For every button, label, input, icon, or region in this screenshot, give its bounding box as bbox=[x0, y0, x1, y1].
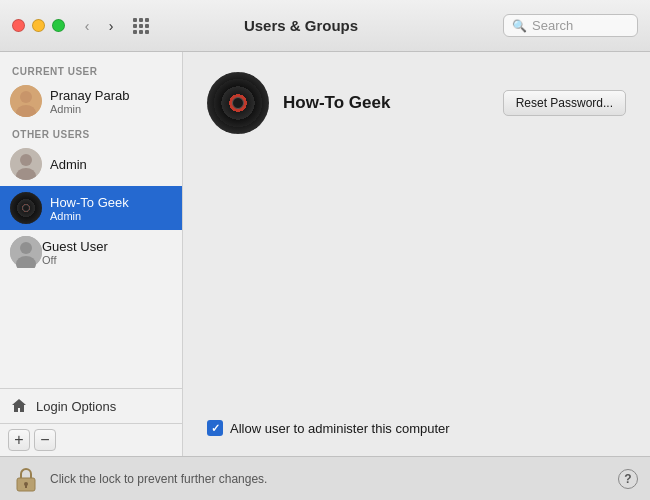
user-item-guest[interactable]: Guest User Off bbox=[0, 230, 182, 274]
svg-rect-13 bbox=[25, 485, 27, 488]
svg-point-9 bbox=[20, 242, 32, 254]
checkmark-icon: ✓ bbox=[211, 422, 220, 435]
detail-panel: How-To Geek Reset Password... ✓ Allow us… bbox=[183, 52, 650, 456]
nav-arrows: ‹ › bbox=[77, 16, 121, 36]
avatar-pranay bbox=[10, 85, 42, 117]
user-info-admin: Admin bbox=[50, 157, 87, 172]
detail-header: How-To Geek Reset Password... bbox=[207, 72, 626, 134]
sidebar: Current User Pranay Parab Admin Other Us… bbox=[0, 52, 183, 456]
user-info-pranay: Pranay Parab Admin bbox=[50, 88, 130, 115]
close-button[interactable] bbox=[12, 19, 25, 32]
traffic-lights bbox=[12, 19, 65, 32]
user-role-guest: Off bbox=[42, 254, 108, 266]
detail-user-name: How-To Geek bbox=[283, 93, 503, 113]
reset-password-button[interactable]: Reset Password... bbox=[503, 90, 626, 116]
search-placeholder: Search bbox=[532, 18, 573, 33]
search-box[interactable]: 🔍 Search bbox=[503, 14, 638, 37]
user-name-howtogeek: How-To Geek bbox=[50, 195, 129, 210]
svg-point-1 bbox=[20, 91, 32, 103]
sidebar-list: Current User Pranay Parab Admin Other Us… bbox=[0, 52, 182, 388]
avatar-guest bbox=[10, 236, 42, 268]
forward-arrow[interactable]: › bbox=[101, 16, 121, 36]
detail-avatar bbox=[207, 72, 269, 134]
svg-point-4 bbox=[20, 154, 32, 166]
lock-icon[interactable] bbox=[12, 465, 40, 493]
search-icon: 🔍 bbox=[512, 19, 527, 33]
back-arrow[interactable]: ‹ bbox=[77, 16, 97, 36]
minimize-button[interactable] bbox=[32, 19, 45, 32]
grid-icon[interactable] bbox=[131, 16, 151, 36]
user-info-howtogeek: How-To Geek Admin bbox=[50, 195, 129, 222]
bottom-bar: Click the lock to prevent further change… bbox=[0, 456, 650, 500]
allow-admin-checkbox[interactable]: ✓ bbox=[207, 420, 223, 436]
titlebar: ‹ › Users & Groups 🔍 Search bbox=[0, 0, 650, 52]
user-name-pranay: Pranay Parab bbox=[50, 88, 130, 103]
window-title: Users & Groups bbox=[159, 17, 443, 34]
remove-user-button[interactable]: − bbox=[34, 429, 56, 451]
fullscreen-button[interactable] bbox=[52, 19, 65, 32]
avatar-admin bbox=[10, 148, 42, 180]
section-label-current: Current User bbox=[0, 60, 182, 79]
user-item-pranay[interactable]: Pranay Parab Admin bbox=[0, 79, 182, 123]
user-role-howtogeek: Admin bbox=[50, 210, 129, 222]
avatar-howtogeek bbox=[10, 192, 42, 224]
sidebar-actions: + − bbox=[0, 423, 182, 456]
user-item-howtogeek[interactable]: How-To Geek Admin bbox=[0, 186, 182, 230]
lock-description: Click the lock to prevent further change… bbox=[50, 472, 608, 486]
allow-admin-wrapper: ✓ Allow user to administer this computer bbox=[207, 420, 450, 436]
help-button[interactable]: ? bbox=[618, 469, 638, 489]
login-options-button[interactable]: Login Options bbox=[0, 388, 182, 423]
detail-footer: ✓ Allow user to administer this computer bbox=[207, 420, 626, 436]
section-label-other: Other Users bbox=[0, 123, 182, 142]
detail-spacer bbox=[207, 154, 626, 420]
main-content: Current User Pranay Parab Admin Other Us… bbox=[0, 52, 650, 456]
user-name-admin: Admin bbox=[50, 157, 87, 172]
allow-admin-label: Allow user to administer this computer bbox=[230, 421, 450, 436]
login-options-label: Login Options bbox=[36, 399, 116, 414]
home-icon bbox=[10, 397, 28, 415]
red-arrow bbox=[172, 192, 182, 224]
user-info-guest: Guest User Off bbox=[42, 239, 108, 266]
add-user-button[interactable]: + bbox=[8, 429, 30, 451]
user-name-guest: Guest User bbox=[42, 239, 108, 254]
user-item-admin[interactable]: Admin bbox=[0, 142, 182, 186]
user-role-pranay: Admin bbox=[50, 103, 130, 115]
